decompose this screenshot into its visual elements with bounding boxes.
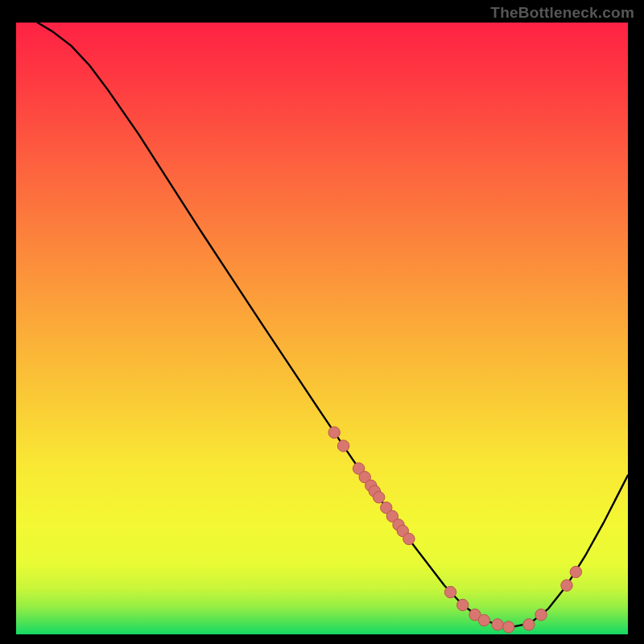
data-point [373, 492, 384, 503]
gradient-background [16, 23, 628, 634]
attribution-text: TheBottleneck.com [490, 4, 634, 22]
data-point [328, 427, 340, 438]
data-point [570, 566, 581, 577]
plot-area [16, 23, 628, 634]
data-point [403, 533, 415, 544]
data-point [457, 599, 469, 610]
chart-container: TheBottleneck.com [0, 0, 644, 644]
chart-svg [16, 23, 628, 634]
data-point [535, 609, 547, 620]
data-point [337, 440, 349, 452]
data-point [492, 619, 503, 630]
data-point [503, 621, 514, 633]
data-point [561, 580, 572, 591]
data-point [444, 586, 456, 597]
data-point [478, 614, 489, 625]
data-point [523, 619, 535, 630]
